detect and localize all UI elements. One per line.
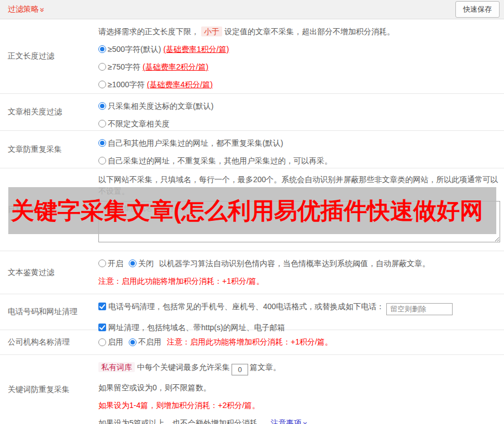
radio-relevance-strict[interactable] xyxy=(98,102,106,110)
option-label: 启用 xyxy=(108,337,123,347)
row-relevance-filter: 文章相关度过滤 只采集相关度达标的文章(默认) 不限定文章相关度 xyxy=(0,94,504,131)
page-title: 过滤策略 xyxy=(8,4,39,13)
radio-porn-off[interactable] xyxy=(129,259,136,267)
length-option-1000: ≥1000字符(基础费率4积分/篇) xyxy=(98,79,500,90)
radio-length-750[interactable] xyxy=(98,63,106,71)
option-label: 自己和其他用户采集过的网址，都不重复采集(默认) xyxy=(108,139,283,147)
length-option-750: ≥750字符(基础费率2积分/篇) xyxy=(98,61,500,72)
intro-text-after: 设定值的文章不采集，超出部分不增加积分消耗。 xyxy=(224,27,395,36)
notes-link-label: 注意事项 xyxy=(271,418,302,424)
row-porn-filter: 文本鉴黄过滤 开启关闭以机器学习算法自动识别色情内容，当色情概率达到系统阈值，自… xyxy=(0,251,504,294)
keyword-dedup-line1: 私有词库中每个关键词最多允许采集篇文章。 xyxy=(98,362,500,375)
porn-filter-description: 以机器学习算法自动识别色情内容，当色情概率达到系统阈值，自动屏蔽文章。 xyxy=(159,259,430,268)
quick-save-button[interactable]: 快速保存 xyxy=(455,1,500,18)
phone-clean-option: 电话号码清理，包括常见的手机号、座机号、400电话格式，或替换成如下电话： xyxy=(98,301,500,315)
option-label: 不启用 xyxy=(138,337,161,347)
replacement-phone-input[interactable] xyxy=(386,303,453,315)
length-option-500: ≥500字符(默认)(基础费率1积分/篇) xyxy=(98,44,500,55)
line1-text: 中每个关键词最多允许采集 xyxy=(137,363,230,372)
less-than-tag: 小于 xyxy=(201,26,222,36)
row-company-clean: 公司机构名称清理 启用不启用注意：启用此功能将增加积分消耗：+1积分/篇。 xyxy=(0,330,504,355)
line1-end-text: 篇文章。 xyxy=(250,363,281,372)
keyword-dedup-line4: 如果设为5篇或以上，也不会额外增加积分消耗。注意事项» xyxy=(98,417,500,424)
watermark-text: 关键字采集文章(怎么利用易优插件快速做好网 xyxy=(11,199,483,222)
option-label: ≥500字符(默认) xyxy=(108,45,161,54)
cost-note: (基础费率1积分/篇) xyxy=(163,45,229,54)
checkbox-phone-clean[interactable] xyxy=(98,303,106,310)
option-label: ≥750字符 xyxy=(108,62,140,71)
max-articles-input[interactable] xyxy=(232,364,248,375)
line4-text: 如果设为5篇或以上，也不会额外增加积分消耗。 xyxy=(98,418,265,424)
radio-dedup-self[interactable] xyxy=(98,157,106,165)
length-filter-intro: 请选择需求的正文长度下限，小于设定值的文章不采集，超出部分不增加积分消耗。 xyxy=(98,26,500,37)
radio-relevance-any[interactable] xyxy=(98,120,106,128)
porn-filter-label: 文本鉴黄过滤 xyxy=(0,251,98,294)
relevance-option-strict: 只采集相关度达标的文章(默认) xyxy=(98,100,500,112)
relevance-filter-label: 文章相关度过滤 xyxy=(0,94,98,130)
keyword-dedup-line3: 如果设为1-4篇，则增加积分消耗：+2积分/篇。 xyxy=(98,400,500,411)
length-filter-label: 正文长度过滤 xyxy=(0,19,98,93)
company-clean-warning: 注意：启用此功能将增加积分消耗：+1积分/篇。 xyxy=(167,337,333,347)
watermark-overlay: 关键字采集文章(怎么利用易优插件快速做好网 xyxy=(8,187,496,234)
row-phone-url-clean: 电话号码和网址清理 电话号码清理，包括常见的手机号、座机号、400电话格式，或替… xyxy=(0,294,504,330)
option-label: 关闭 xyxy=(138,259,154,268)
private-lexicon-tag: 私有词库 xyxy=(98,362,135,372)
radio-company-on[interactable] xyxy=(98,338,106,346)
option-label: 只采集相关度达标的文章(默认) xyxy=(108,102,213,110)
page-title-wrap: 过滤策略» xyxy=(8,4,45,14)
phone-url-clean-label: 电话号码和网址清理 xyxy=(0,294,98,330)
option-label: 电话号码清理，包括常见的手机号、座机号、400电话格式，或替换成如下电话： xyxy=(108,302,384,311)
radio-company-off[interactable] xyxy=(129,338,136,346)
radio-length-500[interactable] xyxy=(98,45,106,53)
cost-note: (基础费率2积分/篇) xyxy=(143,62,208,71)
chevron-down-icon: » xyxy=(302,422,309,424)
option-label: 自己采集过的网址，不重复采集，其他用户采集过的，可以再采。 xyxy=(108,156,332,165)
radio-dedup-all[interactable] xyxy=(98,139,106,147)
porn-filter-options: 开启关闭以机器学习算法自动识别色情内容，当色情概率达到系统阈值，自动屏蔽文章。 xyxy=(98,258,500,269)
notes-link[interactable]: 注意事项» xyxy=(271,418,308,424)
cost-note: (基础费率4积分/篇) xyxy=(147,80,213,89)
radio-length-1000[interactable] xyxy=(98,81,106,88)
intro-text-before: 请选择需求的正文长度下限， xyxy=(98,27,199,36)
row-length-filter: 正文长度过滤 请选择需求的正文长度下限，小于设定值的文章不采集，超出部分不增加积… xyxy=(0,19,504,94)
dedup-option-all: 自己和其他用户采集过的网址，都不重复采集(默认) xyxy=(98,137,500,149)
row-dedup-filter: 文章防重复采集 自己和其他用户采集过的网址，都不重复采集(默认) 自己采集过的网… xyxy=(0,131,504,168)
dedup-filter-label: 文章防重复采集 xyxy=(0,131,98,168)
company-clean-label: 公司机构名称清理 xyxy=(0,330,98,354)
top-bar: 过滤策略» 快速保存 xyxy=(0,0,504,19)
option-label: 开启 xyxy=(108,259,123,268)
porn-filter-warning: 注意：启用此功能将增加积分消耗：+1积分/篇。 xyxy=(98,275,500,287)
checkbox-url-clean[interactable] xyxy=(98,324,106,331)
radio-porn-on[interactable] xyxy=(98,259,106,267)
chevron-down-icon[interactable]: » xyxy=(39,8,46,12)
keyword-dedup-line2: 如果留空或设为0，则不限篇数。 xyxy=(98,382,500,393)
keyword-dedup-label: 关键词防重复采集 xyxy=(0,355,98,424)
dedup-option-self: 自己采集过的网址，不重复采集，其他用户采集过的，可以再采。 xyxy=(98,155,500,166)
option-label: ≥1000字符 xyxy=(108,80,145,89)
row-keyword-dedup: 关键词防重复采集 私有词库中每个关键词最多允许采集篇文章。 如果留空或设为0，则… xyxy=(0,355,504,424)
option-label: 不限定文章相关度 xyxy=(108,119,170,128)
relevance-option-any: 不限定文章相关度 xyxy=(98,118,500,129)
